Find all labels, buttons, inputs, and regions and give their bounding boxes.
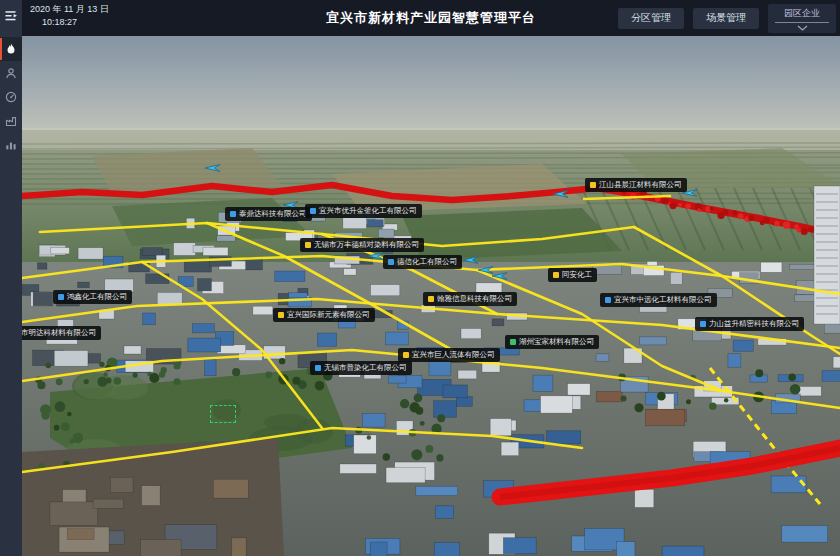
bar-chart-icon xyxy=(5,139,17,151)
company-marker-icon xyxy=(510,339,516,345)
company-marker-icon xyxy=(58,294,64,300)
map-pin-label[interactable]: 德信化工有限公司 xyxy=(383,255,462,269)
sidebar-item-enterprise[interactable] xyxy=(0,109,22,133)
company-name: 德信化工有限公司 xyxy=(397,258,457,266)
map-overlays: 泰鼎达科技有限公司宜兴市优升金釜化工有限公司无锡市万丰德精对染料有限公司德信化工… xyxy=(22,36,840,556)
menu-icon xyxy=(5,10,18,22)
company-name: 宜兴市巨人流体有限公司 xyxy=(412,351,495,359)
plane-marker-icon xyxy=(492,268,508,286)
map-pin-label[interactable]: 鸿鑫化工有限公司 xyxy=(53,290,132,304)
company-name: 翰雅信息科技有限公司 xyxy=(437,295,512,303)
map-pin-label[interactable]: 宜兴市优升金釜化工有限公司 xyxy=(305,204,422,218)
header-bar: 2020 年 11 月 13 日 10:18:27 宜兴市新材料产业园智慧管理平… xyxy=(22,0,840,36)
company-marker-icon xyxy=(305,242,311,248)
gauge-icon xyxy=(5,91,17,103)
company-marker-icon xyxy=(310,208,316,214)
map-pin-label[interactable]: 江山县晨江材料有限公司 xyxy=(585,178,687,192)
zone-manage-button[interactable]: 分区管理 xyxy=(618,8,684,29)
sidebar-item-statistics[interactable] xyxy=(0,133,22,157)
map-pin-label[interactable]: 同安化工 xyxy=(548,268,597,282)
map-pin-label[interactable]: 宜兴市中远化工材料有限公司 xyxy=(600,293,717,307)
scene-manage-button[interactable]: 场景管理 xyxy=(693,8,759,29)
factory-icon xyxy=(5,115,17,127)
company-marker-icon xyxy=(403,352,409,358)
flame-icon xyxy=(5,43,17,55)
map-pin-label[interactable]: 无锡市普染化工有限公司 xyxy=(310,361,412,375)
company-name: 宜兴市明达科材料有限公司 xyxy=(22,329,96,337)
map-pin-label[interactable]: 宜兴市明达科材料有限公司 xyxy=(22,326,101,340)
company-marker-icon xyxy=(315,365,321,371)
company-name: 湖州宝家材料有限公司 xyxy=(519,338,594,346)
map-pin-label[interactable]: 宜兴市巨人流体有限公司 xyxy=(398,348,500,362)
company-marker-icon xyxy=(700,321,706,327)
company-marker-icon xyxy=(590,182,596,188)
company-name: 无锡市普染化工有限公司 xyxy=(324,364,407,372)
person-icon xyxy=(5,67,17,79)
map-pin-label[interactable]: 翰雅信息科技有限公司 xyxy=(423,292,517,306)
sidebar-item-menu[interactable] xyxy=(0,5,22,27)
company-name: 宜兴国际新元素有限公司 xyxy=(287,311,370,319)
company-name: 江山县晨江材料有限公司 xyxy=(599,181,682,189)
map-pin-label[interactable]: 宜兴国际新元素有限公司 xyxy=(273,308,375,322)
app-window: 2020 年 11 月 13 日 10:18:27 宜兴市新材料产业园智慧管理平… xyxy=(0,0,840,556)
sidebar xyxy=(0,0,22,556)
plane-marker-icon xyxy=(463,252,479,270)
sidebar-item-personnel[interactable] xyxy=(0,61,22,85)
map-pin-label[interactable]: 无锡市万丰德精对染料有限公司 xyxy=(300,238,424,252)
dropdown-label: 园区企业 xyxy=(775,7,829,23)
company-name: 鸿鑫化工有限公司 xyxy=(67,293,127,301)
map-pin-label[interactable]: 湖州宝家材料有限公司 xyxy=(505,335,599,349)
sidebar-item-fire-monitor[interactable] xyxy=(0,37,22,61)
map-viewport[interactable]: 泰鼎达科技有限公司宜兴市优升金釜化工有限公司无锡市万丰德精对染料有限公司德信化工… xyxy=(22,36,840,556)
company-name: 宜兴市中远化工材料有限公司 xyxy=(614,296,712,304)
company-name: 同安化工 xyxy=(562,271,592,279)
company-marker-icon xyxy=(428,296,434,302)
map-pin-label[interactable]: 力山益升精密科技有限公司 xyxy=(695,317,804,331)
company-name: 泰鼎达科技有限公司 xyxy=(239,210,307,218)
map-pin-label[interactable]: 泰鼎达科技有限公司 xyxy=(225,207,312,221)
sidebar-item-dashboard[interactable] xyxy=(0,85,22,109)
header-actions: 分区管理 场景管理 园区企业 xyxy=(618,0,836,36)
company-name: 力山益升精密科技有限公司 xyxy=(709,320,799,328)
company-marker-icon xyxy=(553,272,559,278)
company-marker-icon xyxy=(278,312,284,318)
plane-marker-icon xyxy=(205,160,221,178)
company-name: 宜兴市优升金釜化工有限公司 xyxy=(319,207,417,215)
company-marker-icon xyxy=(605,297,611,303)
company-marker-icon xyxy=(230,211,236,217)
company-marker-icon xyxy=(388,259,394,265)
plane-marker-icon xyxy=(553,186,569,204)
company-name: 无锡市万丰德精对染料有限公司 xyxy=(314,241,419,249)
park-enterprise-dropdown[interactable]: 园区企业 xyxy=(768,4,836,33)
chevron-down-icon xyxy=(797,25,808,31)
selection-box xyxy=(210,405,236,423)
